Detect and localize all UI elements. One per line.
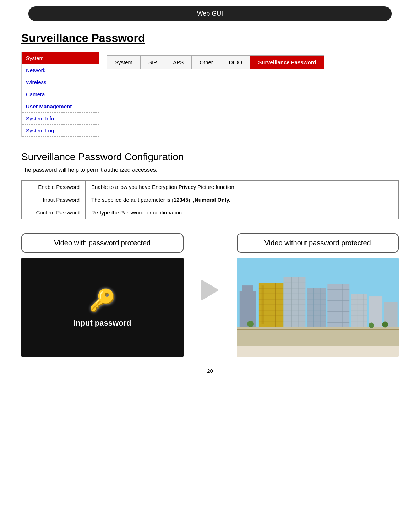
- table-row: Enable Password Enable to allow you have…: [22, 181, 399, 193]
- topbar-title: Web GUI: [197, 10, 223, 17]
- tab-other[interactable]: Other: [192, 56, 221, 69]
- video-panels: Video with password protected 🔑 Input pa…: [21, 233, 399, 357]
- sidebar-item-system[interactable]: System: [22, 52, 99, 64]
- webgui-container: System Network Wireless Camera User Mana…: [21, 52, 399, 137]
- sidebar-item-wireless[interactable]: Wireless: [22, 76, 99, 88]
- table-label-input-password: Input Password: [22, 193, 86, 206]
- video-label-protected: Video with password protected: [21, 233, 184, 253]
- video-label-unprotected: Video without password protected: [237, 233, 399, 253]
- sidebar-item-system-log[interactable]: System Log: [22, 125, 99, 137]
- svg-rect-26: [307, 288, 326, 327]
- topbar: Web GUI: [28, 6, 392, 21]
- svg-point-58: [369, 323, 374, 328]
- svg-rect-2: [239, 291, 256, 327]
- city-scene-svg: [237, 258, 399, 357]
- page-title: Surveillance Password: [21, 32, 399, 45]
- table-value-confirm-password: Re-type the Password for confirmation: [86, 206, 399, 219]
- svg-rect-53: [369, 296, 382, 327]
- arrow-container: [198, 233, 223, 301]
- section-heading: Surveillance Password Configuration: [21, 151, 399, 163]
- video-placeholder-protected: 🔑 Input password: [21, 258, 184, 357]
- sidebar-item-system-info[interactable]: System Info: [22, 113, 99, 125]
- tab-surveillance-password[interactable]: Surveillance Password: [250, 56, 324, 69]
- svg-rect-35: [327, 284, 349, 327]
- sidebar: System Network Wireless Camera User Mana…: [21, 52, 99, 137]
- tab-dido[interactable]: DIDO: [221, 56, 251, 69]
- table-value-enable-password: Enable to allow you have Encryption Priv…: [86, 181, 399, 193]
- input-password-text: Input password: [73, 318, 131, 328]
- sidebar-item-camera[interactable]: Camera: [22, 88, 99, 100]
- key-icon: 🔑: [89, 288, 116, 313]
- page-number: 20: [21, 368, 399, 374]
- table-row: Confirm Password Re-type the Password fo…: [22, 206, 399, 219]
- table-label-enable-password: Enable Password: [22, 181, 86, 193]
- section-description: The password will help to permit authori…: [21, 167, 399, 173]
- svg-point-59: [382, 321, 388, 327]
- tab-system[interactable]: System: [107, 56, 141, 69]
- right-arrow-icon: [201, 279, 219, 301]
- table-value-input-password: The supplied default parameter is ¡12345…: [86, 193, 399, 206]
- svg-rect-15: [283, 277, 305, 327]
- tab-aps[interactable]: APS: [165, 56, 192, 69]
- svg-rect-56: [237, 329, 399, 330]
- table-label-confirm-password: Confirm Password: [22, 206, 86, 219]
- svg-point-57: [247, 321, 254, 327]
- svg-rect-3: [242, 285, 253, 291]
- city-video-placeholder: [237, 258, 399, 357]
- sidebar-item-user-management[interactable]: User Management: [22, 100, 99, 113]
- sidebar-item-network[interactable]: Network: [22, 64, 99, 76]
- default-param-value: ¡12345¡ ,Numeral Only.: [172, 197, 230, 203]
- video-panel-protected: Video with password protected 🔑 Input pa…: [21, 233, 184, 357]
- table-row: Input Password The supplied default para…: [22, 193, 399, 206]
- config-table: Enable Password Enable to allow you have…: [21, 180, 399, 219]
- tab-row: System SIP APS Other DIDO Surveillance P…: [107, 55, 324, 69]
- video-panel-unprotected: Video without password protected: [237, 233, 399, 357]
- tab-sip[interactable]: SIP: [141, 56, 165, 69]
- tab-area: System SIP APS Other DIDO Surveillance P…: [99, 52, 399, 137]
